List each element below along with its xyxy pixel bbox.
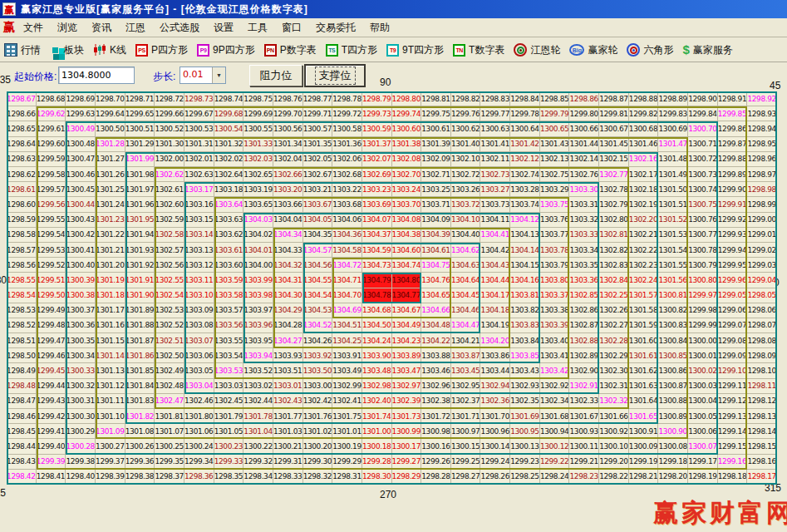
price-cell: 1301.12 bbox=[96, 379, 125, 394]
price-cell: 1303.48 bbox=[362, 363, 392, 378]
price-cell: 1304.64 bbox=[451, 273, 481, 288]
price-cell: 1303.30 bbox=[569, 182, 599, 197]
toolbar-item-market[interactable]: 行情 bbox=[4, 43, 41, 57]
support-button[interactable]: 支撑位 bbox=[304, 64, 366, 87]
menu-item-window[interactable]: 窗口 bbox=[282, 21, 302, 35]
price-cell: 1303.90 bbox=[362, 348, 392, 363]
price-cell: 1299.38 bbox=[66, 455, 96, 470]
price-cell: 1303.45 bbox=[451, 363, 481, 378]
price-cell: 1298.62 bbox=[7, 167, 37, 182]
price-cell: 1298.93 bbox=[747, 106, 777, 121]
price-cell: 1301.39 bbox=[421, 137, 451, 152]
price-cell: 1300.20 bbox=[303, 439, 333, 454]
toolbar-label-market: 行情 bbox=[21, 43, 41, 57]
price-cell: 1302.39 bbox=[392, 394, 422, 409]
price-cell: 1300.99 bbox=[392, 424, 422, 439]
price-cell: 1301.70 bbox=[480, 409, 510, 424]
price-cell: 1302.40 bbox=[362, 394, 392, 409]
start-price-input[interactable] bbox=[58, 66, 135, 84]
price-cell: 1300.54 bbox=[214, 121, 244, 136]
price-cell: 1301.21 bbox=[96, 243, 125, 258]
price-cell: 1303.13 bbox=[184, 243, 214, 258]
resistance-button[interactable]: 阻力位 bbox=[249, 65, 303, 86]
price-cell: 1300.43 bbox=[66, 213, 96, 228]
menu-item-news[interactable]: 资讯 bbox=[91, 21, 111, 35]
step-combobox[interactable]: 0.01 ▼ bbox=[180, 66, 226, 84]
price-cell: 1302.77 bbox=[599, 167, 629, 182]
price-cell: 1302.86 bbox=[569, 303, 599, 318]
price-cell: 1298.10 bbox=[747, 363, 777, 378]
toolbar-item-sectors[interactable]: 板块 bbox=[50, 43, 84, 57]
price-cell: 1300.45 bbox=[66, 182, 96, 197]
price-cell: 1303.14 bbox=[184, 228, 214, 243]
price-cell: 1298.36 bbox=[184, 470, 214, 485]
price-cell: 1303.43 bbox=[510, 363, 540, 378]
toolbar-item-p-square[interactable]: PSP四方形 bbox=[135, 43, 188, 57]
price-cell: 1301.35 bbox=[303, 137, 333, 152]
price-cell: 1304.32 bbox=[273, 258, 303, 273]
price-cell: 1299.31 bbox=[273, 455, 303, 470]
toolbar-item-gann-wheel[interactable]: 江恩轮 bbox=[514, 43, 560, 57]
price-cell: 1301.59 bbox=[629, 318, 659, 333]
price-cell: 1300.41 bbox=[66, 243, 96, 258]
price-cell: 1299.66 bbox=[155, 106, 184, 121]
price-cell: 1304.13 bbox=[510, 228, 540, 243]
price-cell: 1301.96 bbox=[125, 197, 155, 212]
price-cell: 1304.80 bbox=[392, 273, 422, 288]
dollar-icon: $ bbox=[682, 43, 689, 57]
menu-item-settings[interactable]: 设置 bbox=[214, 21, 234, 35]
menu-item-gann[interactable]: 江恩 bbox=[125, 21, 145, 35]
price-cell: 1299.72 bbox=[332, 106, 362, 121]
price-cell: 1304.12 bbox=[510, 213, 540, 228]
toolbar-item-9p-square[interactable]: P99P四方形 bbox=[197, 43, 255, 57]
price-cell: 1301.34 bbox=[273, 137, 303, 152]
step-value: 0.01 bbox=[180, 67, 212, 83]
menu-item-help[interactable]: 帮助 bbox=[370, 21, 390, 35]
price-cell: 1303.21 bbox=[303, 182, 333, 197]
price-cell: 1301.64 bbox=[629, 394, 659, 409]
price-cell: 1304.40 bbox=[451, 228, 481, 243]
price-cell: 1301.36 bbox=[332, 137, 362, 152]
price-cell: 1299.28 bbox=[362, 455, 392, 470]
price-cell: 1302.12 bbox=[510, 152, 540, 167]
price-cell: 1302.64 bbox=[214, 167, 244, 182]
price-cell: 1299.61 bbox=[37, 121, 66, 136]
menu-item-tools[interactable]: 工具 bbox=[248, 21, 268, 35]
chevron-down-icon[interactable]: ▼ bbox=[212, 67, 225, 83]
toolbar-item-winner-wheel[interactable]: Big赢家轮 bbox=[569, 43, 617, 57]
price-cell: 1298.90 bbox=[688, 91, 718, 106]
price-cell: 1299.44 bbox=[37, 379, 66, 394]
menu-item-trade-entrust[interactable]: 交易委托 bbox=[316, 21, 356, 35]
price-cell: 1303.88 bbox=[421, 348, 451, 363]
badge-icon: PN bbox=[264, 44, 277, 57]
toolbar-item-9t-square[interactable]: T99T四方形 bbox=[386, 43, 444, 57]
price-cell: 1302.96 bbox=[421, 379, 451, 394]
price-cell: 1304.30 bbox=[273, 288, 303, 303]
price-cell: 1298.46 bbox=[7, 409, 37, 424]
toolbar-item-t-number-table[interactable]: TNT数字表 bbox=[453, 43, 504, 57]
toolbar-item-kline[interactable]: K线 bbox=[93, 43, 126, 57]
price-cell: 1301.73 bbox=[392, 409, 422, 424]
menu-item-file[interactable]: 文件 bbox=[23, 21, 43, 35]
candlestick-icon bbox=[93, 43, 106, 57]
price-cell: 1304.19 bbox=[480, 318, 510, 333]
price-cell: 1300.08 bbox=[658, 439, 688, 454]
price-cell: 1302.38 bbox=[421, 394, 451, 409]
price-cell: 1300.19 bbox=[332, 439, 362, 454]
price-cell: 1301.10 bbox=[96, 409, 125, 424]
toolbar-item-hexagon[interactable]: 六角形 bbox=[627, 43, 673, 57]
price-cell: 1301.86 bbox=[125, 348, 155, 363]
price-cell: 1298.95 bbox=[747, 137, 777, 152]
price-cell: 1304.14 bbox=[510, 243, 540, 258]
price-cell: 1302.65 bbox=[243, 167, 273, 182]
price-cell: 1300.60 bbox=[392, 121, 422, 136]
menu-item-browse[interactable]: 浏览 bbox=[57, 21, 77, 35]
menu-item-formula-stock-pick[interactable]: 公式选股 bbox=[160, 21, 199, 35]
price-cell: 1302.43 bbox=[273, 394, 303, 409]
price-cell: 1304.09 bbox=[421, 213, 451, 228]
toolbar-item-t-square[interactable]: TST四方形 bbox=[326, 43, 377, 57]
toolbar-item-winner-service[interactable]: $赢家服务 bbox=[682, 43, 732, 57]
toolbar-item-p-number-table[interactable]: PNP数字表 bbox=[264, 43, 317, 57]
price-cell: 1299.32 bbox=[243, 455, 273, 470]
price-cell: 1301.01 bbox=[332, 424, 362, 439]
